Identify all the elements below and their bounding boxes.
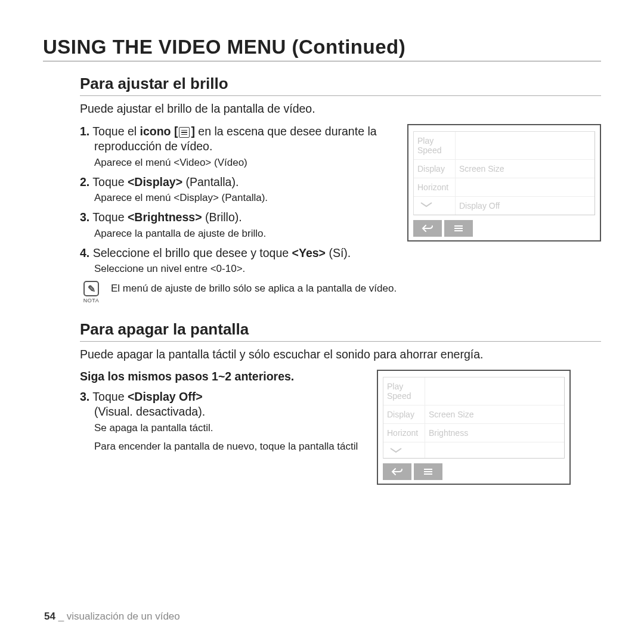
menu-item[interactable]: Display Off xyxy=(456,197,503,215)
substep: Aparece el menú <Display> (Pantalla). xyxy=(80,191,397,205)
bold-instruction: Siga los mismos pasos 1~2 anteriores. xyxy=(80,370,366,383)
menu-item[interactable]: Play Speed xyxy=(383,377,425,405)
menu-hamburger-icon xyxy=(179,127,190,138)
page-number: 54 xyxy=(44,611,55,622)
device-screenshot-1: Play Speed DisplayScreen Size Horizont D… xyxy=(407,124,601,242)
menu-item[interactable]: Brightness xyxy=(425,424,472,442)
step-bold: <Yes> xyxy=(292,246,326,259)
step-4: 4. Seleccione el brillo que desee y toqu… xyxy=(80,246,601,261)
back-button[interactable] xyxy=(383,463,411,480)
page-footer: 54 _ visualización de un vídeo xyxy=(44,611,180,623)
menu-item[interactable]: Horizont xyxy=(383,424,425,442)
step-tail: (Visual. desactivada). xyxy=(94,405,205,418)
menu-item[interactable]: Play Speed xyxy=(414,132,456,159)
step-text: Toque el xyxy=(92,125,140,138)
step-post: (Pantalla). xyxy=(182,175,239,188)
substep: Para encender la pantalla de nuevo, toqu… xyxy=(80,440,366,453)
menu-cell-empty xyxy=(456,178,463,196)
menu-cell-empty xyxy=(425,442,432,458)
section-intro: Puede apagar la pantalla táctil y sólo e… xyxy=(80,348,601,361)
step-bold: icono [ xyxy=(140,125,178,138)
section-heading: Para apagar la pantalla xyxy=(80,320,601,342)
menu-cell-empty xyxy=(456,132,463,159)
menu-item[interactable]: Horizont xyxy=(414,178,456,196)
footer-text: visualización de un vídeo xyxy=(67,611,180,622)
substep: Aparece la pantalla de ajuste de brillo. xyxy=(80,227,397,240)
menu-item[interactable]: Display xyxy=(383,405,425,423)
device-menu: Play Speed DisplayScreen Size Horizont D… xyxy=(413,131,595,215)
menu-button[interactable] xyxy=(444,220,473,237)
step-text: Toque xyxy=(92,210,128,224)
substep: Aparece el menú <Video> (Vídeo) xyxy=(80,156,397,169)
note-text: El menú de ajuste de brillo sólo se apli… xyxy=(111,281,397,295)
note-icon: ✎ xyxy=(83,281,99,296)
step-3: 3. Toque <Brightness> (Brillo). xyxy=(80,210,397,225)
substep: Seleccione un nivel entre <0-10>. xyxy=(80,262,601,275)
step-text: Toque xyxy=(92,390,128,403)
menu-scroll-down-icon[interactable] xyxy=(414,197,456,215)
section-heading: Para ajustar el brillo xyxy=(80,75,601,96)
section-intro: Puede ajustar el brillo de la pantalla d… xyxy=(80,102,601,116)
device-toolbar xyxy=(383,463,565,480)
menu-item[interactable]: Screen Size xyxy=(425,405,477,423)
step-bold: <Brightness> xyxy=(128,210,202,224)
step-text: Seleccione el brillo que desee y toque xyxy=(93,246,292,259)
step-post: (Brillo). xyxy=(202,210,242,224)
step-1: 1. Toque el icono [] en la escena que de… xyxy=(80,124,397,154)
note-block: ✎ NOTA El menú de ajuste de brillo sólo … xyxy=(80,281,601,304)
menu-item[interactable]: Screen Size xyxy=(456,160,507,178)
menu-button[interactable] xyxy=(414,463,442,480)
step-bold: <Display Off> xyxy=(128,390,203,403)
section-brightness: Para ajustar el brillo Puede ajustar el … xyxy=(43,75,601,304)
note-label: NOTA xyxy=(83,298,99,304)
device-toolbar xyxy=(413,220,595,237)
device-screenshot-2: Play Speed DisplayScreen Size HorizontBr… xyxy=(377,370,571,485)
step-text: Toque xyxy=(92,175,128,188)
substep: Se apaga la pantalla táctil. xyxy=(80,422,366,435)
menu-cell-empty xyxy=(425,377,432,405)
menu-item[interactable]: Display xyxy=(414,160,456,178)
step-bold-post: ] xyxy=(191,125,198,138)
back-button[interactable] xyxy=(413,220,442,237)
page-title: USING THE VIDEO MENU (Continued) xyxy=(43,36,601,61)
step-3: 3. Toque <Display Off> (Visual. desactiv… xyxy=(80,389,366,420)
menu-scroll-down-icon[interactable] xyxy=(383,442,425,458)
step-post: (Sí). xyxy=(326,246,351,259)
device-menu: Play Speed DisplayScreen Size HorizontBr… xyxy=(383,377,565,459)
step-2: 2. Toque <Display> (Pantalla). xyxy=(80,175,397,190)
section-display-off: Para apagar la pantalla Puede apagar la … xyxy=(43,320,601,485)
step-bold: <Display> xyxy=(128,175,182,188)
footer-sep: _ xyxy=(55,611,67,622)
